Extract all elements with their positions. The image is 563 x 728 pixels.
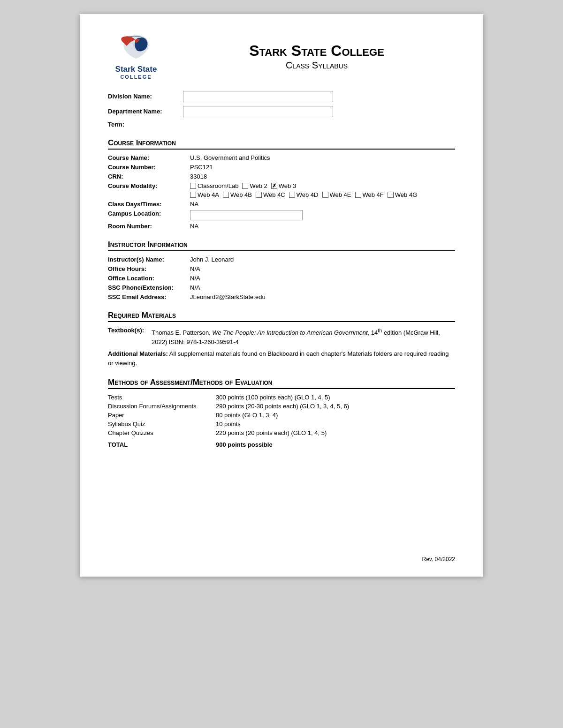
campus-location-input[interactable]	[190, 210, 303, 220]
division-name-label: Division Name:	[108, 93, 178, 100]
assessment-paper-row: Paper 80 points (GLO 1, 3, 4)	[108, 412, 455, 419]
instructor-name-value: John J. Leonard	[190, 256, 455, 263]
instructor-info-header: Instructor Information	[108, 240, 455, 251]
additional-materials-row: Additional Materials: All supplemental m…	[108, 349, 455, 368]
assessment-total-value: 900 points possible	[216, 441, 273, 448]
campus-location-row: Campus Location:	[108, 210, 455, 220]
modality-web4f: Web 4F	[355, 191, 384, 198]
campus-location-label: Campus Location:	[108, 210, 190, 220]
modality-options: Classroom/Lab Web 2 ✗ Web 3 Web 4A	[190, 182, 455, 198]
course-information-section: Course Information Course Name: U.S. Gov…	[108, 138, 455, 230]
textbook-value: Thomas E. Patterson, We The People: An I…	[152, 327, 455, 346]
modality-web4d: Web 4D	[289, 191, 319, 198]
course-number-row: Course Number: PSC121	[108, 164, 455, 171]
room-number-row: Room Number: NA	[108, 223, 455, 230]
modality-web4e-checkbox[interactable]	[322, 192, 328, 198]
modality-web4d-label: Web 4D	[297, 191, 319, 198]
modality-web3-label: Web 3	[279, 182, 296, 189]
page-title-sub: Class Syllabus	[178, 60, 455, 71]
additional-materials-label: Additional Materials:	[108, 350, 168, 357]
assessment-chapter-quizzes-item: Chapter Quizzes	[108, 429, 216, 436]
textbook-label: Textbook(s):	[108, 327, 148, 346]
room-number-label: Room Number:	[108, 223, 190, 230]
assessment-chapter-quizzes-row: Chapter Quizzes 220 points (20 points ea…	[108, 429, 455, 436]
ssc-email-value: JLeonard2@StarkState.edu	[190, 293, 455, 300]
department-name-input[interactable]	[183, 106, 333, 117]
assessment-discussion-item: Discussion Forums/Assignments	[108, 403, 216, 410]
modality-web4g: Web 4G	[388, 191, 417, 198]
required-materials-header: Required Materials	[108, 311, 455, 322]
logo-area: Stark State COLLEGE	[108, 33, 164, 80]
assessment-paper-points: 80 points (GLO 1, 3, 4)	[216, 412, 278, 419]
modality-web4a: Web 4A	[190, 191, 219, 198]
modality-web2-label: Web 2	[250, 182, 267, 189]
ssc-email-row: SSC Email Address: JLeonard2@StarkState.…	[108, 293, 455, 300]
modality-web4c: Web 4C	[256, 191, 285, 198]
modality-web4f-label: Web 4F	[363, 191, 384, 198]
assessment-header: Methods of Assessment/Methods of Evaluat…	[108, 378, 455, 389]
course-info-header: Course Information	[108, 138, 455, 150]
modality-classroom: Classroom/Lab	[190, 182, 238, 189]
room-number-value: NA	[190, 223, 455, 230]
term-label: Term:	[108, 121, 178, 128]
modality-web4a-label: Web 4A	[198, 191, 219, 198]
ssc-email-label: SSC Email Address:	[108, 293, 190, 300]
term-row: Term:	[108, 121, 455, 128]
modality-classroom-checkbox[interactable]	[190, 183, 196, 189]
crn-label: CRN:	[108, 173, 190, 180]
course-name-label: Course Name:	[108, 154, 190, 161]
office-hours-value: N/A	[190, 265, 455, 272]
modality-web4e: Web 4E	[322, 191, 351, 198]
class-days-value: NA	[190, 201, 455, 208]
logo-stark-text: Stark State COLLEGE	[115, 65, 157, 80]
office-location-value: N/A	[190, 275, 455, 282]
ssc-phone-row: SSC Phone/Extension: N/A	[108, 284, 455, 291]
course-modality-label: Course Modality:	[108, 182, 190, 198]
modality-web4c-checkbox[interactable]	[256, 192, 262, 198]
modality-web3-checkbox[interactable]: ✗	[271, 183, 277, 189]
required-materials-section: Required Materials Textbook(s): Thomas E…	[108, 311, 455, 368]
modality-web4f-checkbox[interactable]	[355, 192, 361, 198]
modality-line-1: Classroom/Lab Web 2 ✗ Web 3	[190, 182, 455, 189]
division-name-input[interactable]	[183, 91, 333, 102]
page-title-main: Stark State College	[178, 42, 455, 60]
modality-line-2: Web 4A Web 4B Web 4C Web 4D	[190, 191, 455, 198]
office-location-label: Office Location:	[108, 275, 190, 282]
modality-web3: ✗ Web 3	[271, 182, 296, 189]
modality-web4e-label: Web 4E	[330, 191, 351, 198]
modality-web4b-checkbox[interactable]	[223, 192, 229, 198]
assessment-tests-row: Tests 300 points (100 points each) (GLO …	[108, 394, 455, 401]
modality-classroom-label: Classroom/Lab	[198, 182, 238, 189]
department-name-label: Department Name:	[108, 108, 178, 115]
textbook-row: Textbook(s): Thomas E. Patterson, We The…	[108, 327, 455, 346]
course-name-row: Course Name: U.S. Government and Politic…	[108, 154, 455, 161]
assessment-chapter-quizzes-points: 220 points (20 points each) (GLO 1, 4, 5…	[216, 429, 327, 436]
modality-web4a-checkbox[interactable]	[190, 192, 196, 198]
office-hours-row: Office Hours: N/A	[108, 265, 455, 272]
assessment-quiz-points: 10 points	[216, 420, 241, 428]
instructor-information-section: Instructor Information Instructor(s) Nam…	[108, 240, 455, 300]
instructor-name-row: Instructor(s) Name: John J. Leonard	[108, 256, 455, 263]
course-modality-row: Course Modality: Classroom/Lab Web 2 ✗ W…	[108, 182, 455, 198]
assessment-total-label: TOTAL	[108, 441, 216, 448]
footer-revision: Rev. 04/2022	[422, 556, 456, 563]
modality-web4g-checkbox[interactable]	[388, 192, 394, 198]
assessment-section: Methods of Assessment/Methods of Evaluat…	[108, 378, 455, 448]
modality-web2-checkbox[interactable]	[242, 183, 248, 189]
class-days-label: Class Days/Times:	[108, 201, 190, 208]
department-name-row: Department Name:	[108, 106, 455, 117]
ssc-phone-value: N/A	[190, 284, 455, 291]
top-fields: Division Name: Department Name: Term:	[108, 91, 455, 128]
assessment-tests-item: Tests	[108, 394, 216, 401]
modality-web4d-checkbox[interactable]	[289, 192, 295, 198]
ssc-phone-label: SSC Phone/Extension:	[108, 284, 190, 291]
course-number-value: PSC121	[190, 164, 455, 171]
course-number-label: Course Number:	[108, 164, 190, 171]
modality-web4b-label: Web 4B	[230, 191, 252, 198]
class-days-row: Class Days/Times: NA	[108, 201, 455, 208]
division-name-row: Division Name:	[108, 91, 455, 102]
modality-web2: Web 2	[242, 182, 267, 189]
crn-value: 33018	[190, 173, 455, 180]
office-hours-label: Office Hours:	[108, 265, 190, 272]
header: Stark State COLLEGE Stark State College …	[108, 33, 455, 80]
